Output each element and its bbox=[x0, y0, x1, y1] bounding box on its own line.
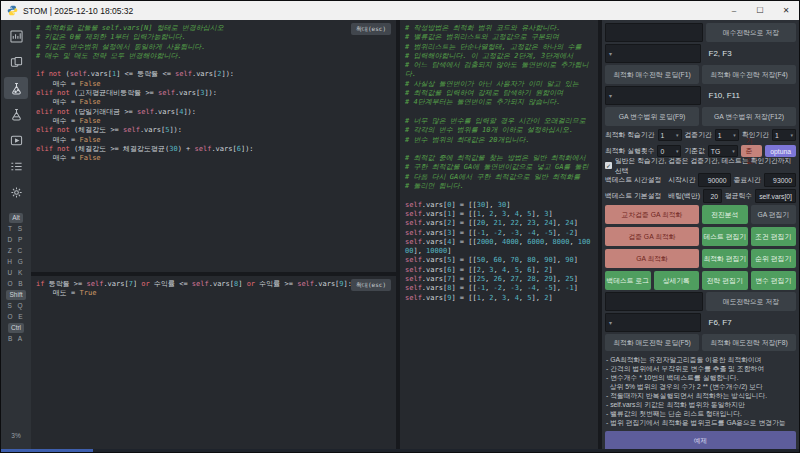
grid-button[interactable]: 상세기록 bbox=[654, 271, 700, 290]
code-line: # 어느 탐색에서 검출되지 않아도 돌연변이로 추가됩니다. bbox=[405, 61, 593, 80]
ga-range-load-button[interactable]: GA 변수범위 로딩(F9) bbox=[605, 107, 699, 126]
info-line: - 간격의 범위에서 무작위로 변수를 추출 및 조합하여 bbox=[606, 364, 795, 373]
buy-strategy-load-button[interactable]: 최적화 매수전략 로딩(F1) bbox=[605, 65, 699, 84]
code-line: # 최적값 중에 최적값을 찾는 방법은 일반 최적화에서 bbox=[405, 154, 593, 163]
code-line: 매수 = False bbox=[36, 98, 391, 107]
sell-strategy-name-input[interactable] bbox=[605, 292, 703, 311]
code-line: # 각각의 변수 범위를 10개 이하로 설정하십시오. bbox=[405, 126, 593, 135]
code-line: elif not (체결강도 >= self.vars[5]): bbox=[36, 126, 391, 135]
settings-icon[interactable] bbox=[4, 181, 28, 203]
ga-range-combo[interactable] bbox=[605, 86, 701, 105]
grid-button[interactable]: 전진분석 bbox=[702, 205, 748, 224]
train-period-select[interactable]: 1 bbox=[658, 129, 682, 141]
avg-tick-label: 평균틱수 bbox=[725, 191, 752, 201]
grid-button[interactable]: 테스트 편집기 bbox=[702, 227, 748, 246]
sidebar-key-o-e: O E bbox=[7, 312, 24, 322]
code-line: 매도 = True bbox=[36, 289, 391, 298]
code-line: self.vars[1] = [[1, 2, 3, 4, 5], 3] bbox=[405, 210, 593, 219]
buy-strategy-combo[interactable] bbox=[605, 44, 701, 63]
end-time-label: 종료시간 bbox=[734, 175, 761, 185]
backtest-time-label: 백테스트 시간설정 bbox=[605, 175, 661, 185]
example-button[interactable]: 예제 bbox=[605, 431, 796, 451]
grid-button[interactable]: 백테스트 로그 bbox=[605, 271, 651, 290]
code-line: # 너무 많은 변수를 입력할 경우 시간이 오래걸리므로 bbox=[405, 117, 593, 126]
close-button[interactable]: ✕ bbox=[773, 1, 799, 20]
ga-range-column: # 작성방법은 최적화 범위 코드와 유사합니다.# 밸류값은 범위리스트와 고… bbox=[400, 20, 598, 449]
sell-strategy-combo[interactable] bbox=[605, 313, 701, 332]
sidebar-key-alt: Alt bbox=[9, 213, 23, 223]
grid-button[interactable]: 최적화 편집기 bbox=[702, 249, 748, 268]
code-line: 매수 = False bbox=[36, 80, 391, 89]
grid-button[interactable]: 순위 편집기 bbox=[751, 249, 797, 268]
maximize-sell-editor-button[interactable]: 확대(esc) bbox=[351, 279, 391, 291]
sidebar-key-z-c: Z C bbox=[8, 246, 24, 256]
grid-button[interactable]: 교차검증 GA 최적화 bbox=[605, 205, 699, 224]
grid-button[interactable]: 검증 GA 최적화 bbox=[605, 227, 699, 246]
start-time-input[interactable]: 90000 bbox=[698, 173, 730, 187]
ga-optimize-icon[interactable] bbox=[4, 103, 28, 125]
info-line: - 범위 편집기에서 최적화용 범위코드를 GA용으로 변경가능 bbox=[606, 418, 795, 427]
maximize-buy-editor-button[interactable]: 확대(esc) bbox=[351, 23, 391, 35]
buy-strategy-name-input[interactable] bbox=[605, 23, 703, 42]
sidebar-key-h-g: H G bbox=[7, 257, 25, 267]
valid-period-label: 검증기간 bbox=[685, 130, 712, 140]
period-range-checkbox[interactable] bbox=[605, 162, 612, 169]
bottom-accent bbox=[1, 449, 93, 452]
end-time-input[interactable]: 93000 bbox=[764, 173, 796, 187]
code-line: # 다음 다시 GA에서 구한 최적값으로 일반 최적화를 bbox=[405, 173, 593, 182]
betting-input[interactable]: 20 bbox=[703, 189, 722, 203]
grid-button[interactable]: 조건 편집기 bbox=[751, 227, 797, 246]
sidebar-key-s-q: S Q bbox=[7, 301, 24, 311]
sidebar-key-b-a: B A bbox=[8, 334, 24, 344]
sidebar-key-shift: Shift bbox=[6, 290, 25, 300]
optimize-icon[interactable] bbox=[4, 77, 28, 99]
code-line: self.vars[9] = [[1, 2, 3, 4, 5], 2] bbox=[405, 294, 593, 303]
balance-icon[interactable] bbox=[4, 51, 28, 73]
list-icon[interactable] bbox=[4, 155, 28, 177]
backtest-icon[interactable] bbox=[4, 129, 28, 151]
sidebar-hotkeys: AltT SD PZ CH GU KO BShiftS QO ECtrlB A bbox=[6, 213, 25, 344]
code-line: # 돌리면 됩니다. bbox=[405, 182, 593, 191]
code-line: self.vars[8] = [[-1, -2, -3, -4, -5], -1… bbox=[405, 284, 593, 293]
sell-strategy-save-button[interactable]: 최적화 매도전략 저장(F8) bbox=[702, 334, 796, 351]
buy-strategy-editor[interactable]: # 최적화할 값들을 self.vars[N] 형태로 변경하십시오# 키값은 … bbox=[31, 20, 396, 272]
code-line: 매수 = False bbox=[36, 154, 391, 163]
titlebar: STOM | 2025-12-10 18:05:32 – ☐ ✕ bbox=[1, 1, 799, 20]
strategy-editors-column: # 최적화할 값들을 self.vars[N] 형태로 변경하십시오# 키값은 … bbox=[31, 20, 396, 449]
standard-label: 기준값 bbox=[684, 146, 704, 156]
code-line: # 4단계부터는 돌연변이로 추가되지 않습니다. bbox=[405, 98, 593, 107]
confirm-period-select[interactable]: 1 bbox=[772, 129, 796, 141]
code-line: # 작성방법은 최적화 범위 코드와 유사합니다. bbox=[405, 24, 593, 33]
code-line bbox=[405, 145, 593, 154]
valid-period-select[interactable]: 1 bbox=[715, 129, 739, 141]
minimize-button[interactable]: – bbox=[721, 1, 747, 20]
code-line: # 변수 범위의 최대값은 20개입니다. bbox=[405, 136, 593, 145]
info-line: - 적을때까지 반복실행되면서 최적화하는 방식입니다. bbox=[606, 391, 795, 400]
ga-range-editor[interactable]: # 작성방법은 최적화 범위 코드와 유사합니다.# 밸류값은 범위리스트와 고… bbox=[400, 20, 598, 449]
betting-label: 배팅(백만) bbox=[668, 191, 700, 201]
maximize-button[interactable]: ☐ bbox=[747, 1, 773, 20]
sidebar: AltT SD PZ CH GU KO BShiftS QO ECtrlB A … bbox=[1, 20, 31, 449]
buy-strategy-save-button[interactable]: 최적화 매수전략 저장(F4) bbox=[702, 65, 796, 84]
save-as-sell-strategy-button[interactable]: 매도전략으로 저장 bbox=[706, 292, 796, 311]
chart-icon[interactable] bbox=[4, 25, 28, 47]
grid-button[interactable]: 전략 편집기 bbox=[702, 271, 748, 290]
code-line: self.vars[6] = [[2, 3, 4, 5, 6], 2] bbox=[405, 266, 593, 275]
grid-button[interactable]: 변수 편집기 bbox=[751, 271, 797, 290]
sidebar-key-u-k: U K bbox=[8, 268, 25, 278]
ga-range-save-button[interactable]: GA 변수범위 저장(F12) bbox=[702, 107, 796, 126]
zoom-level-label: 3% bbox=[11, 432, 20, 439]
grid-button[interactable]: GA 최적화 bbox=[605, 249, 699, 268]
code-line: self.vars[4] = [[2000, 4000, 6000, 8000,… bbox=[405, 238, 593, 257]
sidebar-key-ctrl: Ctrl bbox=[8, 323, 24, 333]
ga-range-code: # 작성방법은 최적화 범위 코드와 유사합니다.# 밸류값은 범위리스트와 고… bbox=[405, 24, 593, 303]
grid-button[interactable]: GA 편집기 bbox=[751, 205, 797, 224]
avg-tick-input[interactable]: self.vars[0] bbox=[755, 189, 796, 203]
sidebar-key-o-b: O B bbox=[7, 279, 24, 289]
sell-strategy-editor[interactable]: if 등락율 >= self.vars[7] or 수익률 <= self.va… bbox=[31, 276, 396, 449]
code-line: elif not (체결강도 >= 체결강도평균(30) + self.vars… bbox=[36, 145, 391, 154]
code-line: # 밸류값은 범위리스트와 고정값으로 구분되며 bbox=[405, 33, 593, 42]
ga-range-fkeys-label: F10, F11 bbox=[704, 91, 797, 100]
save-as-buy-strategy-button[interactable]: 매수전략으로 저장 bbox=[706, 23, 796, 42]
sell-strategy-load-button[interactable]: 최적화 매도전략 로딩(F5) bbox=[605, 334, 699, 351]
